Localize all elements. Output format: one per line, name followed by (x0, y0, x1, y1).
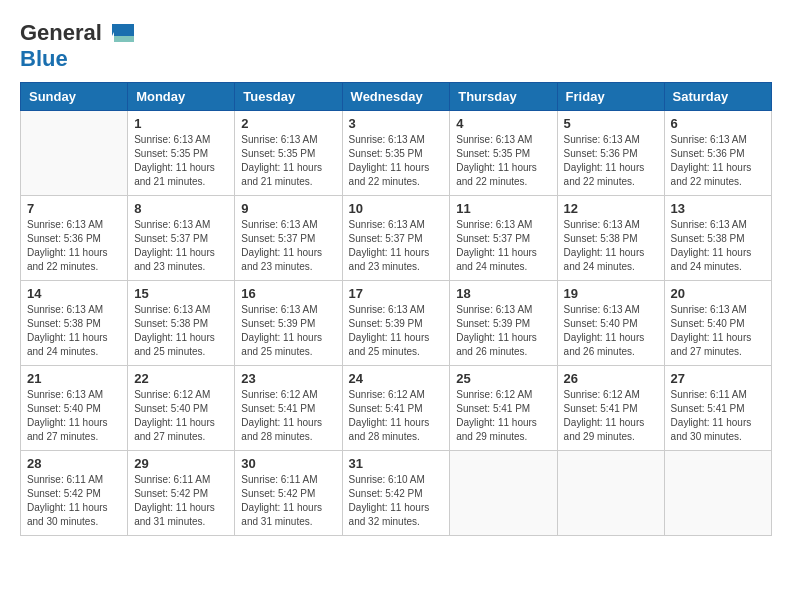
day-number: 9 (241, 201, 335, 216)
calendar-cell: 9Sunrise: 6:13 AM Sunset: 5:37 PM Daylig… (235, 196, 342, 281)
day-number: 2 (241, 116, 335, 131)
day-number: 16 (241, 286, 335, 301)
day-info: Sunrise: 6:12 AM Sunset: 5:41 PM Dayligh… (564, 388, 658, 444)
day-number: 23 (241, 371, 335, 386)
calendar-cell: 4Sunrise: 6:13 AM Sunset: 5:35 PM Daylig… (450, 111, 557, 196)
week-row-4: 21Sunrise: 6:13 AM Sunset: 5:40 PM Dayli… (21, 366, 772, 451)
day-number: 7 (27, 201, 121, 216)
calendar-cell: 15Sunrise: 6:13 AM Sunset: 5:38 PM Dayli… (128, 281, 235, 366)
day-info: Sunrise: 6:13 AM Sunset: 5:38 PM Dayligh… (564, 218, 658, 274)
day-number: 19 (564, 286, 658, 301)
day-number: 22 (134, 371, 228, 386)
day-number: 3 (349, 116, 444, 131)
day-number: 24 (349, 371, 444, 386)
week-row-3: 14Sunrise: 6:13 AM Sunset: 5:38 PM Dayli… (21, 281, 772, 366)
day-number: 14 (27, 286, 121, 301)
calendar-cell: 28Sunrise: 6:11 AM Sunset: 5:42 PM Dayli… (21, 451, 128, 536)
day-info: Sunrise: 6:13 AM Sunset: 5:37 PM Dayligh… (456, 218, 550, 274)
calendar-cell: 16Sunrise: 6:13 AM Sunset: 5:39 PM Dayli… (235, 281, 342, 366)
logo: General Blue (20, 20, 138, 72)
calendar-cell: 3Sunrise: 6:13 AM Sunset: 5:35 PM Daylig… (342, 111, 450, 196)
day-number: 28 (27, 456, 121, 471)
calendar-cell (21, 111, 128, 196)
day-info: Sunrise: 6:13 AM Sunset: 5:35 PM Dayligh… (134, 133, 228, 189)
calendar-cell: 23Sunrise: 6:12 AM Sunset: 5:41 PM Dayli… (235, 366, 342, 451)
calendar-cell: 13Sunrise: 6:13 AM Sunset: 5:38 PM Dayli… (664, 196, 771, 281)
day-info: Sunrise: 6:13 AM Sunset: 5:37 PM Dayligh… (241, 218, 335, 274)
calendar-cell: 12Sunrise: 6:13 AM Sunset: 5:38 PM Dayli… (557, 196, 664, 281)
day-info: Sunrise: 6:12 AM Sunset: 5:41 PM Dayligh… (241, 388, 335, 444)
calendar-cell: 1Sunrise: 6:13 AM Sunset: 5:35 PM Daylig… (128, 111, 235, 196)
calendar-cell: 22Sunrise: 6:12 AM Sunset: 5:40 PM Dayli… (128, 366, 235, 451)
day-info: Sunrise: 6:13 AM Sunset: 5:37 PM Dayligh… (134, 218, 228, 274)
day-number: 20 (671, 286, 765, 301)
svg-marker-1 (114, 36, 134, 42)
day-number: 4 (456, 116, 550, 131)
calendar-cell: 5Sunrise: 6:13 AM Sunset: 5:36 PM Daylig… (557, 111, 664, 196)
day-info: Sunrise: 6:10 AM Sunset: 5:42 PM Dayligh… (349, 473, 444, 529)
week-row-1: 1Sunrise: 6:13 AM Sunset: 5:35 PM Daylig… (21, 111, 772, 196)
day-number: 30 (241, 456, 335, 471)
calendar-cell: 29Sunrise: 6:11 AM Sunset: 5:42 PM Dayli… (128, 451, 235, 536)
day-header-friday: Friday (557, 83, 664, 111)
calendar-cell: 19Sunrise: 6:13 AM Sunset: 5:40 PM Dayli… (557, 281, 664, 366)
day-header-thursday: Thursday (450, 83, 557, 111)
day-number: 12 (564, 201, 658, 216)
day-info: Sunrise: 6:12 AM Sunset: 5:40 PM Dayligh… (134, 388, 228, 444)
day-info: Sunrise: 6:12 AM Sunset: 5:41 PM Dayligh… (349, 388, 444, 444)
day-info: Sunrise: 6:11 AM Sunset: 5:42 PM Dayligh… (27, 473, 121, 529)
day-info: Sunrise: 6:13 AM Sunset: 5:38 PM Dayligh… (27, 303, 121, 359)
calendar-cell: 20Sunrise: 6:13 AM Sunset: 5:40 PM Dayli… (664, 281, 771, 366)
day-number: 21 (27, 371, 121, 386)
calendar-cell: 14Sunrise: 6:13 AM Sunset: 5:38 PM Dayli… (21, 281, 128, 366)
logo-icon (104, 22, 136, 44)
day-info: Sunrise: 6:12 AM Sunset: 5:41 PM Dayligh… (456, 388, 550, 444)
day-info: Sunrise: 6:13 AM Sunset: 5:39 PM Dayligh… (241, 303, 335, 359)
day-number: 17 (349, 286, 444, 301)
calendar-cell (450, 451, 557, 536)
page-header: General Blue (20, 20, 772, 72)
calendar-cell: 30Sunrise: 6:11 AM Sunset: 5:42 PM Dayli… (235, 451, 342, 536)
day-number: 10 (349, 201, 444, 216)
day-number: 25 (456, 371, 550, 386)
day-number: 31 (349, 456, 444, 471)
calendar-cell: 8Sunrise: 6:13 AM Sunset: 5:37 PM Daylig… (128, 196, 235, 281)
calendar-header-row: SundayMondayTuesdayWednesdayThursdayFrid… (21, 83, 772, 111)
calendar-cell: 17Sunrise: 6:13 AM Sunset: 5:39 PM Dayli… (342, 281, 450, 366)
day-number: 11 (456, 201, 550, 216)
day-info: Sunrise: 6:13 AM Sunset: 5:36 PM Dayligh… (27, 218, 121, 274)
day-number: 1 (134, 116, 228, 131)
day-header-monday: Monday (128, 83, 235, 111)
calendar-cell: 6Sunrise: 6:13 AM Sunset: 5:36 PM Daylig… (664, 111, 771, 196)
day-info: Sunrise: 6:13 AM Sunset: 5:39 PM Dayligh… (349, 303, 444, 359)
calendar-cell: 2Sunrise: 6:13 AM Sunset: 5:35 PM Daylig… (235, 111, 342, 196)
day-info: Sunrise: 6:13 AM Sunset: 5:35 PM Dayligh… (349, 133, 444, 189)
day-info: Sunrise: 6:11 AM Sunset: 5:42 PM Dayligh… (241, 473, 335, 529)
day-number: 8 (134, 201, 228, 216)
calendar-cell: 27Sunrise: 6:11 AM Sunset: 5:41 PM Dayli… (664, 366, 771, 451)
calendar-cell: 24Sunrise: 6:12 AM Sunset: 5:41 PM Dayli… (342, 366, 450, 451)
day-header-sunday: Sunday (21, 83, 128, 111)
day-header-tuesday: Tuesday (235, 83, 342, 111)
day-info: Sunrise: 6:13 AM Sunset: 5:38 PM Dayligh… (134, 303, 228, 359)
day-number: 29 (134, 456, 228, 471)
day-info: Sunrise: 6:13 AM Sunset: 5:36 PM Dayligh… (564, 133, 658, 189)
day-info: Sunrise: 6:13 AM Sunset: 5:37 PM Dayligh… (349, 218, 444, 274)
calendar-cell (664, 451, 771, 536)
day-number: 13 (671, 201, 765, 216)
calendar-cell: 18Sunrise: 6:13 AM Sunset: 5:39 PM Dayli… (450, 281, 557, 366)
day-number: 15 (134, 286, 228, 301)
calendar-cell: 26Sunrise: 6:12 AM Sunset: 5:41 PM Dayli… (557, 366, 664, 451)
day-info: Sunrise: 6:11 AM Sunset: 5:41 PM Dayligh… (671, 388, 765, 444)
calendar-cell (557, 451, 664, 536)
calendar-cell: 10Sunrise: 6:13 AM Sunset: 5:37 PM Dayli… (342, 196, 450, 281)
day-info: Sunrise: 6:13 AM Sunset: 5:40 PM Dayligh… (671, 303, 765, 359)
day-info: Sunrise: 6:11 AM Sunset: 5:42 PM Dayligh… (134, 473, 228, 529)
day-info: Sunrise: 6:13 AM Sunset: 5:35 PM Dayligh… (241, 133, 335, 189)
day-number: 6 (671, 116, 765, 131)
day-info: Sunrise: 6:13 AM Sunset: 5:38 PM Dayligh… (671, 218, 765, 274)
calendar-table: SundayMondayTuesdayWednesdayThursdayFrid… (20, 82, 772, 536)
calendar-cell: 21Sunrise: 6:13 AM Sunset: 5:40 PM Dayli… (21, 366, 128, 451)
day-info: Sunrise: 6:13 AM Sunset: 5:35 PM Dayligh… (456, 133, 550, 189)
calendar-cell: 31Sunrise: 6:10 AM Sunset: 5:42 PM Dayli… (342, 451, 450, 536)
